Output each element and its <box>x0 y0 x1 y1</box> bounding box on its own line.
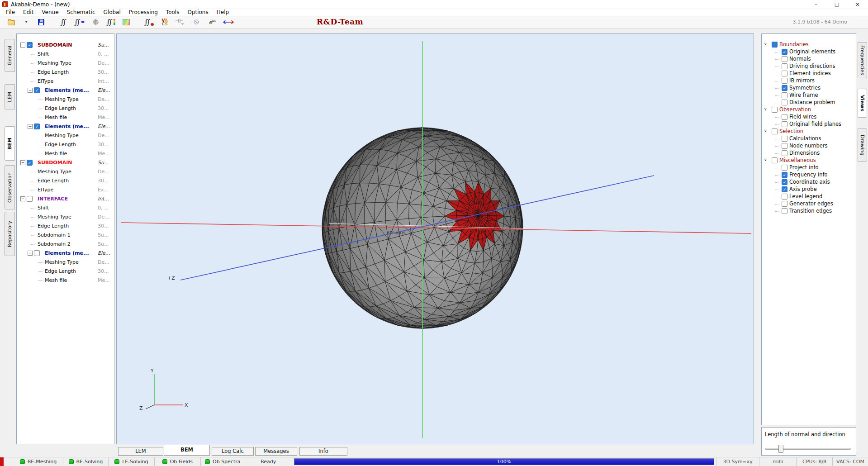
views-row[interactable]: ✓Coordinate axis <box>762 179 856 186</box>
chevron-down-icon[interactable]: ∨ <box>764 128 767 133</box>
axes-button[interactable] <box>223 16 234 28</box>
vacs-button[interactable]: VACS <box>161 16 169 28</box>
tree-row[interactable]: Meshing TypeDe... <box>17 95 114 104</box>
views-row[interactable]: ✓Original elements <box>762 48 856 56</box>
views-checkbox[interactable] <box>782 63 787 69</box>
views-row[interactable]: ✓Symmetries <box>762 85 856 92</box>
tab-info[interactable]: Info <box>299 447 347 456</box>
tree-row[interactable]: Edge Length30... <box>17 140 114 149</box>
views-row[interactable]: Element indices <box>762 70 856 77</box>
be-equal-button[interactable]: ∬= <box>74 16 85 28</box>
views-row[interactable]: ∨−Boundaries <box>762 41 856 48</box>
views-checkbox[interactable]: ✓ <box>782 85 787 91</box>
tree-row[interactable]: Edge Length30... <box>17 222 114 231</box>
tab-lem[interactable]: LEM <box>5 84 15 109</box>
views-checkbox[interactable] <box>782 100 787 105</box>
menu-options[interactable]: Options <box>183 9 212 16</box>
tree-checkbox[interactable]: ✓ <box>34 124 40 129</box>
tree-row[interactable]: −✓Elements (me...Ele... <box>17 122 114 131</box>
tab-views[interactable]: Views <box>858 89 867 118</box>
network-button[interactable] <box>175 16 185 28</box>
menu-file[interactable]: File <box>2 9 19 16</box>
tree-row[interactable]: Edge Length30... <box>17 176 114 185</box>
tree-row[interactable]: Meshing TypeDe... <box>17 59 114 68</box>
tree-expander[interactable]: − <box>20 196 25 201</box>
length-slider-track[interactable] <box>765 448 851 450</box>
views-checkbox[interactable] <box>782 201 787 207</box>
close-button[interactable]: ✕ <box>847 0 868 9</box>
euler-button[interactable]: eiπ <box>208 16 216 28</box>
views-checkbox[interactable]: ✓ <box>782 172 787 178</box>
views-checkbox[interactable]: ✓ <box>782 179 787 185</box>
length-slider[interactable] <box>765 445 853 453</box>
tree-row[interactable]: −✓SUBDOMAINSu... <box>17 158 114 167</box>
tree-expander[interactable]: − <box>28 88 33 93</box>
tab-lem[interactable]: LEM <box>118 447 163 456</box>
chevron-down-icon[interactable]: ∨ <box>764 157 767 162</box>
views-row[interactable]: Transition edges <box>762 208 856 215</box>
menu-schematic[interactable]: Schematic <box>63 9 100 16</box>
menu-help[interactable]: Help <box>213 9 233 16</box>
be-levels-button[interactable]: ∬ <box>106 16 115 28</box>
views-row[interactable]: ∨Miscellaneous <box>762 157 856 164</box>
tree-expander[interactable]: − <box>20 160 25 165</box>
tree-row[interactable]: Meshing TypeDe... <box>17 258 114 267</box>
views-row[interactable]: ✓Axis probe <box>762 186 856 193</box>
menu-global[interactable]: Global <box>100 9 125 16</box>
tree-row[interactable]: −INTERFACEInt... <box>17 195 114 204</box>
views-checkbox[interactable] <box>782 78 787 84</box>
views-row[interactable]: Field wires <box>762 114 856 121</box>
tab-bem[interactable]: BEM <box>164 445 210 456</box>
length-slider-thumb[interactable] <box>778 445 783 453</box>
views-row[interactable]: Project info <box>762 164 856 171</box>
tree-checkbox[interactable]: ✓ <box>34 87 40 93</box>
open-dropdown-button[interactable]: ▾ <box>22 16 30 28</box>
views-checkbox[interactable] <box>772 107 778 113</box>
tree-row[interactable]: Subdomain 2Su... <box>17 240 114 249</box>
tree-row[interactable]: Shift0, ... <box>17 50 114 59</box>
ac-source-button[interactable] <box>191 16 201 28</box>
tree-checkbox[interactable] <box>34 250 40 256</box>
tree-row[interactable]: −Elements (me...Ele... <box>17 249 114 258</box>
menu-venue[interactable]: Venue <box>38 9 62 16</box>
tree-checkbox[interactable]: ✓ <box>27 160 33 166</box>
views-row[interactable]: Generator edges <box>762 200 856 208</box>
tree-checkbox[interactable] <box>27 196 33 202</box>
tree-row[interactable]: Edge Length30... <box>17 68 114 77</box>
tab-messages[interactable]: Messages <box>255 447 297 456</box>
tree-row[interactable]: Subdomain 1Su... <box>17 231 114 240</box>
views-row[interactable]: Calculations <box>762 135 856 143</box>
views-row[interactable]: Level legend <box>762 193 856 200</box>
tree-row[interactable]: Mesh fileMe... <box>17 113 114 122</box>
tree-row[interactable]: Edge Length30... <box>17 104 114 113</box>
tree-row[interactable]: ElTypeInt... <box>17 77 114 86</box>
views-row[interactable]: Normals <box>762 56 856 63</box>
be-script-button[interactable]: ∬ <box>59 16 67 28</box>
tree-checkbox[interactable]: ✓ <box>27 42 33 48</box>
minimize-button[interactable]: – <box>806 0 826 9</box>
chevron-down-icon[interactable]: ∨ <box>764 42 767 46</box>
views-row[interactable]: Node numbers <box>762 143 856 150</box>
tree-expander[interactable]: − <box>20 43 25 48</box>
colormap-button[interactable] <box>122 16 130 28</box>
views-row[interactable]: Driving directions <box>762 63 856 70</box>
be-mesh-button[interactable] <box>91 16 100 28</box>
views-checkbox[interactable]: ✓ <box>782 186 787 192</box>
views-checkbox[interactable] <box>782 136 787 142</box>
tab-bem[interactable]: BEM <box>5 126 15 161</box>
menu-processing[interactable]: Processing <box>125 9 162 16</box>
views-checkbox[interactable] <box>782 194 787 200</box>
views-checkbox[interactable] <box>772 157 778 163</box>
tree-row[interactable]: Meshing TypeDe... <box>17 131 114 140</box>
views-checkbox[interactable] <box>782 208 787 214</box>
views-row[interactable]: IB mirrors <box>762 77 856 85</box>
tree-row[interactable]: Mesh fileMe... <box>17 276 114 285</box>
tab-drawing[interactable]: Drawing <box>858 128 867 162</box>
views-checkbox[interactable] <box>782 165 787 171</box>
tree-row[interactable]: −✓Elements (me...Ele... <box>17 86 114 95</box>
tree-expander[interactable]: − <box>28 251 33 256</box>
views-row[interactable]: Wire frame <box>762 92 856 99</box>
views-row[interactable]: ∨Selection <box>762 128 856 135</box>
save-button[interactable] <box>37 16 45 28</box>
views-checkbox[interactable] <box>782 121 787 127</box>
